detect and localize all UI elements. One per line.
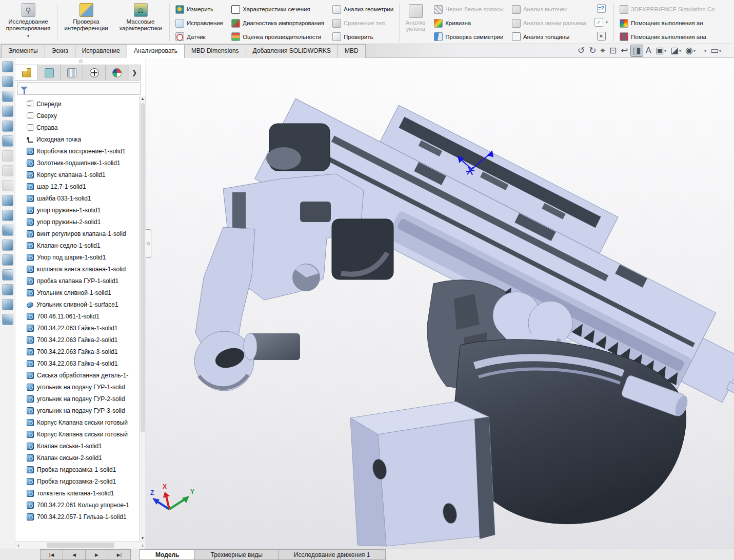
tree-item[interactable]: угольник на подачу ГУР-3-solid bbox=[27, 405, 138, 416]
tree-item[interactable]: 700.34.22.057-1 Гильза-1-solid1 bbox=[27, 511, 138, 523]
tree-item[interactable]: 700.46.11.061-1-solid1 bbox=[27, 310, 138, 322]
command-tab[interactable]: Исправление bbox=[75, 44, 127, 58]
zoom-to-fit-icon[interactable]: ⌖ bbox=[599, 45, 607, 56]
design-study-button[interactable]: ⚲ Исследование проектирования ▾ bbox=[1, 1, 55, 44]
dimxpertmanager-tab[interactable] bbox=[83, 65, 106, 80]
tree-item[interactable]: Пробка гидрозамка-2-solid1 bbox=[27, 475, 138, 487]
performance-evaluation-button[interactable]: Оценка производительности bbox=[229, 30, 326, 44]
apply-scene-icon[interactable]: ▾ bbox=[702, 48, 708, 54]
view-orientation-icon[interactable]: ▣ ▾ bbox=[654, 45, 668, 56]
analysis-advisor-2-button[interactable]: Помощник выполнения ана bbox=[618, 30, 717, 44]
thickness-analysis-button[interactable]: Анализ толщины bbox=[510, 30, 588, 44]
import-diagnostics-button[interactable]: Диагностика импортирования bbox=[229, 16, 326, 30]
tree-item[interactable]: упор пружины-2-solid1 bbox=[27, 216, 138, 228]
tree-item[interactable]: винт регулиров клапана-1-solid bbox=[27, 228, 138, 239]
display-style-icon[interactable]: ◪ ▾ bbox=[669, 45, 683, 56]
displaymanager-tab[interactable] bbox=[106, 65, 128, 80]
tree-item[interactable]: угольник на подачу ГУР-1-solid bbox=[27, 381, 138, 393]
delete-face-tool[interactable] bbox=[2, 284, 13, 295]
geometry-analysis-button[interactable]: Анализ геометрии bbox=[330, 3, 395, 16]
tree-item[interactable]: толкатель клапана-1-solid1 bbox=[27, 487, 138, 499]
panel-grip[interactable] bbox=[15, 58, 146, 65]
tree-item[interactable]: Золотник-подшипник-1-solid1 bbox=[27, 157, 138, 169]
tree-item[interactable]: 700.34.22.063 Гайка-1-solid1 bbox=[27, 322, 138, 334]
parting-line-tool[interactable] bbox=[2, 180, 13, 191]
tree-item[interactable]: Клапан сиськи-1-solid1 bbox=[27, 440, 138, 452]
prev-sheet-button[interactable]: ◀ bbox=[63, 549, 86, 560]
tree-item[interactable]: Пробка гидрозамка-1-solid1 bbox=[27, 464, 138, 475]
zoom-to-area-icon[interactable]: ⊡ bbox=[608, 45, 618, 56]
lofted-surface-tool[interactable] bbox=[2, 121, 13, 132]
section-view-icon[interactable]: ◨ bbox=[630, 45, 643, 57]
tree-item[interactable]: 700.34.22.063 Гайка-4-solid1 bbox=[27, 357, 138, 369]
command-tab[interactable]: Добавления SOLIDWORKS bbox=[246, 44, 339, 58]
tree-item[interactable]: Угольник сливной-1-surface1 bbox=[27, 298, 138, 310]
rotate-view-right-icon[interactable]: ↻ bbox=[587, 45, 598, 56]
panel-splitter-handle[interactable] bbox=[146, 229, 151, 258]
first-sheet-button[interactable]: |◀ bbox=[40, 549, 63, 560]
tree-item[interactable]: Сверху bbox=[27, 110, 138, 122]
curvature-button[interactable]: Кривизна bbox=[432, 16, 506, 30]
last-sheet-button[interactable]: ▶| bbox=[108, 549, 131, 560]
scrollbar-thumb[interactable] bbox=[47, 543, 114, 548]
filled-surface-tool[interactable] bbox=[2, 135, 13, 147]
thicken-tool[interactable] bbox=[2, 254, 13, 266]
tree-item[interactable]: угольник на подачу ГУР-2-solid bbox=[27, 393, 138, 405]
split-body-tool[interactable] bbox=[2, 299, 13, 310]
graphics-viewport[interactable]: Z X Y bbox=[146, 58, 734, 549]
extend-surface-tool[interactable] bbox=[2, 225, 13, 236]
tree-item[interactable]: 700.34.22.061 Кольцо упорное-1 bbox=[27, 499, 138, 511]
tree-item[interactable]: Клапан сиськи-2-solid1 bbox=[27, 452, 138, 464]
move-body-tool[interactable] bbox=[2, 314, 13, 325]
tree-item[interactable]: Коробочка построение-1-solid1 bbox=[27, 145, 138, 157]
dynamic-annotation-icon[interactable]: A bbox=[644, 45, 653, 56]
configurationmanager-tab[interactable] bbox=[61, 65, 83, 80]
scrollbar-thumb[interactable] bbox=[141, 103, 145, 432]
tree-vertical-scrollbar[interactable]: ▲ ▼ bbox=[139, 96, 146, 541]
revolved-surface-tool[interactable] bbox=[2, 91, 13, 102]
compare-bodies-button[interactable]: Сравнение тел bbox=[330, 16, 395, 30]
command-tab[interactable]: Элементы bbox=[1, 44, 45, 58]
command-tab[interactable]: MBD Dimensions bbox=[184, 44, 246, 58]
check-button[interactable]: Проверить bbox=[330, 30, 395, 44]
tree-item[interactable]: Спереди bbox=[27, 98, 138, 110]
tree-item[interactable]: Клапан-седло-1-solid1 bbox=[27, 239, 138, 251]
scroll-right-icon[interactable]: › bbox=[142, 542, 144, 548]
previous-view-icon[interactable]: ↩ bbox=[619, 45, 629, 56]
tree-item[interactable]: Корпус Клапана сиськи готовый bbox=[27, 428, 138, 440]
tree-item[interactable]: Сиська обработанная деталь-1- bbox=[27, 369, 138, 381]
replace-face-tool[interactable] bbox=[2, 269, 13, 281]
command-tab[interactable]: Анализировать bbox=[127, 44, 185, 58]
tree-item[interactable]: колпачок винта клапана-1-solid bbox=[27, 263, 138, 275]
rotate-view-left-icon[interactable]: ↺ bbox=[576, 45, 586, 56]
tree-item[interactable]: Корпус Клапана сиськи готовый bbox=[27, 416, 138, 428]
document-tab[interactable]: Модель bbox=[140, 549, 195, 560]
panel-expand-button[interactable]: ❯ bbox=[129, 65, 140, 80]
featuremanager-tab[interactable] bbox=[15, 65, 38, 80]
knit-surface-tool[interactable] bbox=[2, 239, 13, 251]
tree-item[interactable]: Угольник сливной-1-solid1 bbox=[27, 287, 138, 298]
tree-item[interactable]: Корпус клапана-1-solid1 bbox=[27, 169, 138, 181]
undercut-analysis-button[interactable]: Анализ выточек bbox=[510, 3, 588, 16]
tree-item[interactable]: упор пружины-1-solid1 bbox=[27, 204, 138, 216]
intersect-tool[interactable] bbox=[2, 195, 13, 206]
offset-surface-tool[interactable] bbox=[2, 76, 13, 87]
scroll-up-icon[interactable]: ▲ bbox=[141, 96, 145, 101]
swept-surface-tool[interactable] bbox=[2, 106, 13, 117]
planar-surface-tool[interactable] bbox=[2, 61, 13, 72]
tree-item[interactable]: шар 12,7-1-solid1 bbox=[27, 181, 138, 192]
symmetry-check-button[interactable]: Проверка симметрии bbox=[432, 30, 506, 44]
file-compare-button[interactable]: =? bbox=[596, 3, 607, 14]
scroll-down-icon[interactable]: ▼ bbox=[141, 536, 145, 541]
document-tab[interactable]: Исследование движения 1 bbox=[278, 549, 386, 560]
analysis-advisor-button[interactable]: Помощник выполнения ан bbox=[618, 16, 717, 30]
zebra-stripes-button[interactable]: Черно-белые полосы bbox=[432, 3, 506, 16]
command-tab[interactable]: Эскиз bbox=[45, 44, 75, 58]
document-tab[interactable]: Трехмерные виды bbox=[194, 549, 278, 560]
measure-button[interactable]: Измерить bbox=[173, 3, 225, 16]
tree-filter-field[interactable] bbox=[17, 82, 141, 95]
tree-item[interactable]: 700.34.22.063 Гайка-3-solid1 bbox=[27, 346, 138, 357]
heal-button[interactable]: Исправление bbox=[173, 16, 225, 30]
section-properties-button[interactable]: Характеристики сечения bbox=[229, 3, 326, 16]
view-settings-icon[interactable]: ▭ ▾ bbox=[709, 45, 723, 56]
